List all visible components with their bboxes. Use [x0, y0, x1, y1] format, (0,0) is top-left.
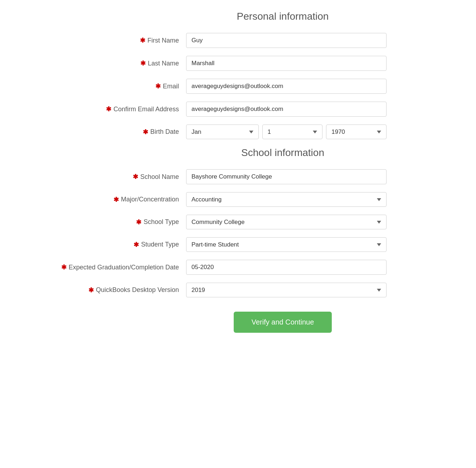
confirm-email-input[interactable] [186, 102, 387, 117]
school-type-field-area: Community College University Trade Schoo… [186, 215, 387, 229]
confirm-email-label-area: ✱ Confirm Email Address [7, 105, 186, 113]
birth-month-select[interactable]: Jan Feb Mar Apr May Jun Jul Aug Sep Oct … [186, 125, 259, 139]
school-name-label: School Name [140, 173, 179, 181]
school-type-select-wrapper: Community College University Trade Schoo… [186, 215, 387, 229]
birth-day-select[interactable]: 1 2 3 4 5 6 7 8 9 10 11 12 13 14 [262, 125, 323, 139]
birth-date-field-area: Jan Feb Mar Apr May Jun Jul Aug Sep Oct … [186, 125, 387, 139]
school-section-divider: School information [7, 147, 469, 159]
school-section-title: School information [97, 147, 469, 159]
personal-section-title: Personal information [97, 11, 469, 22]
school-type-label-area: ✱ School Type [7, 218, 186, 226]
birth-day-wrapper: 1 2 3 4 5 6 7 8 9 10 11 12 13 14 [262, 125, 323, 139]
student-type-group: ✱ Student Type Part-time Student Full-ti… [7, 237, 469, 252]
school-type-required-star: ✱ [136, 218, 141, 226]
major-select-wrapper: Accounting Finance Business Administrati… [186, 192, 387, 207]
last-name-required-star: ✱ [140, 59, 146, 67]
school-name-group: ✱ School Name [7, 169, 469, 184]
email-input[interactable] [186, 79, 387, 94]
submit-area: Verify and Continue [97, 312, 469, 333]
graduation-date-label: Expected Graduation/Completion Date [69, 264, 179, 271]
last-name-label-area: ✱ Last Name [7, 59, 186, 67]
student-type-select[interactable]: Part-time Student Full-time Student Onli… [186, 237, 387, 252]
school-name-required-star: ✱ [133, 173, 138, 181]
first-name-required-star: ✱ [140, 36, 145, 44]
student-type-label: Student Type [141, 241, 179, 248]
school-type-group: ✱ School Type Community College Universi… [7, 215, 469, 229]
qb-version-label-area: ✱ QuickBooks Desktop Version [7, 286, 186, 294]
major-label: Major/Concentration [121, 196, 179, 203]
confirm-email-group: ✱ Confirm Email Address [7, 102, 469, 117]
last-name-label: Last Name [148, 60, 179, 67]
qb-version-group: ✱ QuickBooks Desktop Version 2019 2018 2… [7, 283, 469, 297]
student-type-select-wrapper: Part-time Student Full-time Student Onli… [186, 237, 387, 252]
first-name-label: First Name [147, 37, 179, 44]
graduation-date-input[interactable] [186, 260, 387, 275]
first-name-input[interactable] [186, 33, 387, 48]
qb-version-label: QuickBooks Desktop Version [96, 286, 179, 294]
email-field-area [186, 79, 387, 94]
confirm-email-label: Confirm Email Address [113, 106, 179, 113]
last-name-field-area [186, 56, 387, 71]
first-name-field-area [186, 33, 387, 48]
major-group: ✱ Major/Concentration Accounting Finance… [7, 192, 469, 207]
page-container: Personal information ✱ First Name ✱ Last… [0, 0, 476, 354]
qb-version-select[interactable]: 2019 2018 2017 2016 2020 2021 [186, 283, 387, 297]
school-name-label-area: ✱ School Name [7, 173, 186, 181]
email-label-area: ✱ Email [7, 82, 186, 90]
confirm-email-field-area [186, 102, 387, 117]
graduation-date-required-star: ✱ [61, 263, 67, 271]
graduation-date-field-area [186, 260, 387, 275]
birth-date-group: ✱ Birth Date Jan Feb Mar Apr May Jun Jul… [7, 125, 469, 139]
graduation-date-group: ✱ Expected Graduation/Completion Date [7, 260, 469, 275]
school-type-label: School Type [144, 218, 179, 226]
major-select[interactable]: Accounting Finance Business Administrati… [186, 192, 387, 207]
school-name-input[interactable] [186, 169, 387, 184]
verify-continue-button[interactable]: Verify and Continue [234, 312, 332, 333]
major-required-star: ✱ [113, 196, 119, 204]
student-type-label-area: ✱ Student Type [7, 241, 186, 249]
birth-date-label-area: ✱ Birth Date [7, 128, 186, 136]
graduation-date-label-area: ✱ Expected Graduation/Completion Date [7, 263, 186, 271]
birthdate-selects: Jan Feb Mar Apr May Jun Jul Aug Sep Oct … [186, 125, 387, 139]
confirm-email-required-star: ✱ [106, 105, 111, 113]
qb-version-field-area: 2019 2018 2017 2016 2020 2021 [186, 283, 387, 297]
birth-date-required-star: ✱ [143, 128, 148, 136]
qb-version-required-star: ✱ [88, 286, 94, 294]
birth-month-wrapper: Jan Feb Mar Apr May Jun Jul Aug Sep Oct … [186, 125, 259, 139]
school-name-field-area [186, 169, 387, 184]
student-type-field-area: Part-time Student Full-time Student Onli… [186, 237, 387, 252]
birth-date-label: Birth Date [150, 128, 179, 136]
first-name-label-area: ✱ First Name [7, 36, 186, 44]
email-group: ✱ Email [7, 79, 469, 94]
major-label-area: ✱ Major/Concentration [7, 196, 186, 204]
first-name-group: ✱ First Name [7, 33, 469, 48]
qb-version-select-wrapper: 2019 2018 2017 2016 2020 2021 [186, 283, 387, 297]
birth-year-select[interactable]: 1970 1971 1972 1973 1974 1975 1980 1985 … [326, 125, 387, 139]
student-type-required-star: ✱ [133, 241, 139, 249]
birth-year-wrapper: 1970 1971 1972 1973 1974 1975 1980 1985 … [326, 125, 387, 139]
last-name-group: ✱ Last Name [7, 56, 469, 71]
email-required-star: ✱ [155, 82, 161, 90]
major-field-area: Accounting Finance Business Administrati… [186, 192, 387, 207]
email-label: Email [163, 83, 179, 90]
school-type-select[interactable]: Community College University Trade Schoo… [186, 215, 387, 229]
last-name-input[interactable] [186, 56, 387, 71]
